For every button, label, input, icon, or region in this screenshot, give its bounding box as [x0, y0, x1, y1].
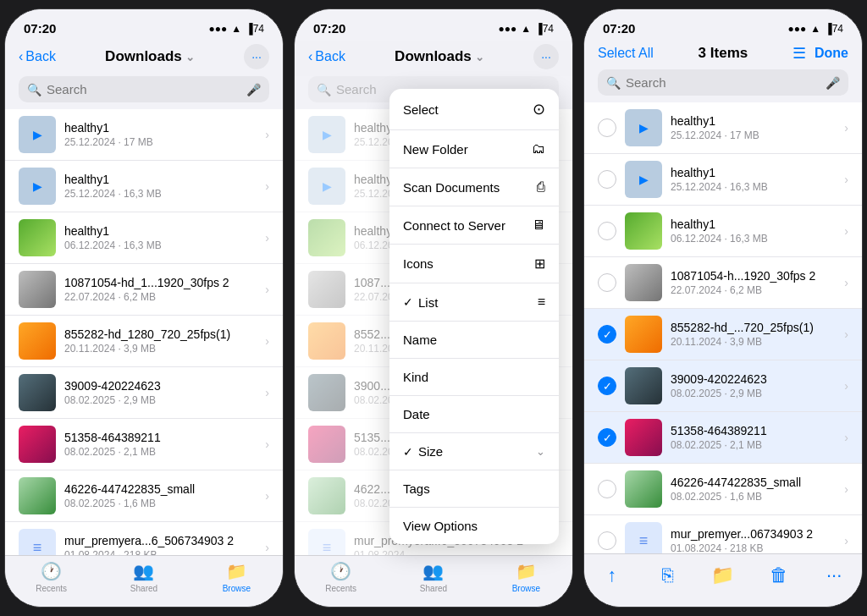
search-bar-1: 🔍 🎤 [19, 76, 269, 102]
chevron-icon-3-9: › [844, 534, 848, 547]
mic-icon-1[interactable]: 🎤 [246, 83, 261, 96]
file-item-3-6[interactable]: ✓ 39009-420224623 08.02.2025 · 2,9 MB › [584, 360, 862, 412]
file-item-3-5[interactable]: ✓ 855282-hd_...720_25fps(1) 20.11.2024 ·… [584, 309, 862, 360]
list-view-button[interactable]: ☰ [792, 44, 806, 63]
select-circle-3-2[interactable] [598, 170, 616, 189]
search-input-1[interactable] [47, 82, 241, 96]
status-icons-1: ●●● ▲ ▐74 [209, 23, 265, 35]
file-item-1-7[interactable]: 51358-464389211 08.02.2025 · 2,1 MB › [5, 419, 283, 470]
dropdown-connect-server[interactable]: Connect to Server 🖥 [389, 206, 559, 245]
file-item-1-4[interactable]: 10871054-hd_1...1920_30fps 2 22.07.2024 … [5, 264, 283, 316]
file-name-1-1: healthy1 [64, 121, 257, 135]
tab-browse-icon-1: 📁 [226, 561, 247, 581]
file-thumb-1-7 [19, 426, 56, 463]
select-circle-3-6[interactable]: ✓ [598, 377, 616, 395]
share-button[interactable]: ↑ [584, 564, 640, 586]
dropdown-list[interactable]: ✓ List ≡ [389, 283, 559, 322]
file-item-3-8[interactable]: 46226-447422835_small 08.02.2025 · 1,6 M… [584, 464, 862, 515]
trash-button[interactable]: 🗑 [751, 564, 807, 586]
file-item-3-2[interactable]: healthy1 25.12.2024 · 16,3 MB › [584, 154, 862, 206]
tab-browse-icon-2: 📁 [516, 561, 537, 581]
dropdown-tags[interactable]: Tags [389, 470, 559, 508]
dropdown-select[interactable]: Select ⊙ [389, 89, 559, 130]
file-item-1-1[interactable]: healthy1 25.12.2024 · 17 MB › [5, 109, 283, 161]
tab-recents-1[interactable]: 🕐 Recents [5, 561, 97, 593]
file-name-3-6: 39009-420224623 [671, 372, 836, 386]
dropdown-date[interactable]: Date [389, 396, 559, 433]
select-circle-3-4[interactable] [598, 273, 616, 292]
select-circle-3-7[interactable]: ✓ [598, 428, 616, 447]
back-button-2[interactable]: ‹ Back [308, 49, 345, 64]
file-item-3-1[interactable]: healthy1 25.12.2024 · 17 MB › [584, 102, 862, 154]
file-item-3-4[interactable]: 10871054-h...1920_30fps 2 22.07.2024 · 6… [584, 257, 862, 309]
file-item-3-3[interactable]: healthy1 06.12.2024 · 16,3 MB › [584, 206, 862, 257]
tab-browse-2[interactable]: 📁 Browse [480, 561, 572, 593]
tab-recents-icon-2: 🕐 [330, 561, 351, 581]
nav-right-1: ··· [244, 44, 269, 69]
dropdown-new-folder[interactable]: New Folder 🗂 [389, 130, 559, 168]
tab-browse-1[interactable]: 📁 Browse [191, 561, 283, 593]
ellipsis-button-2[interactable]: ··· [533, 44, 559, 69]
chevron-icon-3-8: › [844, 482, 848, 496]
ellipsis-button-1[interactable]: ··· [244, 44, 269, 69]
file-item-1-8[interactable]: 46226-447422835_small 08.02.2025 · 1,6 M… [5, 470, 283, 522]
file-meta-1-8: 08.02.2025 · 1,6 MB [64, 498, 257, 509]
file-thumb-3-7 [625, 419, 662, 456]
dropdown-connect-label: Connect to Server [403, 218, 505, 233]
more-button-3[interactable]: ··· [806, 564, 862, 586]
select-circle-3-3[interactable] [598, 222, 616, 240]
file-info-1-2: healthy1 25.12.2024 · 16,3 MB [64, 173, 257, 200]
back-button-1[interactable]: ‹ Back [19, 49, 56, 64]
dropdown-view-options[interactable]: View Options [389, 508, 559, 544]
ellipsis-icon-1: ··· [251, 50, 262, 63]
file-item-1-2[interactable]: healthy1 25.12.2024 · 16,3 MB › [5, 161, 283, 212]
file-item-3-9[interactable]: mur_premyer...06734903 2 01.08.2024 · 21… [584, 515, 862, 553]
done-button[interactable]: Done [815, 46, 848, 61]
file-item-1-9[interactable]: mur_premyera...6_506734903 2 01.08.2024 … [5, 522, 283, 555]
file-item-3-7[interactable]: ✓ 51358-464389211 08.02.2025 · 2,1 MB › [584, 412, 862, 464]
chevron-icon-3-4: › [844, 276, 848, 289]
file-item-1-3[interactable]: healthy1 06.12.2024 · 16,3 MB › [5, 212, 283, 264]
file-item-1-6[interactable]: 39009-420224623 08.02.2025 · 2,9 MB › [5, 367, 283, 419]
tab-shared-1[interactable]: 👥 Shared [97, 561, 190, 593]
dropdown-icons[interactable]: Icons ⊞ [389, 245, 559, 283]
dropdown-size[interactable]: ✓ Size ⌄ [389, 433, 559, 470]
select-all-button[interactable]: Select All [598, 46, 654, 61]
dropdown-kind[interactable]: Kind [389, 359, 559, 396]
back-label-1[interactable]: Back [25, 49, 56, 64]
file-name-3-7: 51358-464389211 [671, 424, 836, 437]
status-time-2: 07:20 [313, 21, 345, 36]
file-info-1-5: 855282-hd_1280_720_25fps(1) 20.11.2024 ·… [64, 327, 257, 355]
file-name-1-4: 10871054-hd_1...1920_30fps 2 [64, 276, 257, 289]
title-chevron-icon-2: ⌄ [475, 51, 484, 63]
dropdown-scan-docs[interactable]: Scan Documents ⎙ [389, 168, 559, 206]
folder-move-icon: 📁 [711, 564, 734, 586]
tab-shared-2[interactable]: 👥 Shared [387, 561, 479, 593]
file-thumb-1-5 [19, 322, 56, 360]
dropdown-view-options-label: View Options [403, 519, 478, 533]
copy-button[interactable]: ⎘ [640, 564, 696, 586]
file-thumb-1-2 [19, 168, 56, 205]
tab-recents-label-1: Recents [36, 584, 67, 593]
file-info-3-5: 855282-hd_...720_25fps(1) 20.11.2024 · 3… [671, 321, 836, 348]
file-item-1-5[interactable]: 855282-hd_1280_720_25fps(1) 20.11.2024 ·… [5, 316, 283, 367]
select-circle-3-5[interactable]: ✓ [598, 325, 616, 344]
tab-recents-2[interactable]: 🕐 Recents [295, 561, 387, 593]
select-circle-3-1[interactable] [598, 118, 616, 137]
move-button[interactable]: 📁 [695, 564, 751, 586]
file-info-3-4: 10871054-h...1920_30fps 2 22.07.2024 · 6… [671, 269, 836, 296]
chevron-icon-1-2: › [265, 179, 269, 193]
back-label-2[interactable]: Back [315, 49, 345, 64]
select-circle-3-9[interactable] [598, 531, 616, 550]
dropdown-name[interactable]: Name [389, 322, 559, 359]
search-glass-icon-1: 🔍 [27, 83, 41, 96]
tab-shared-label-1: Shared [130, 584, 157, 593]
file-info-3-9: mur_premyer...06734903 2 01.08.2024 · 21… [671, 527, 836, 553]
search-input-3[interactable] [626, 75, 820, 90]
select-circle-3-8[interactable] [598, 480, 616, 498]
file-meta-3-1: 25.12.2024 · 17 MB [671, 129, 836, 141]
signal-icon: ●●● [209, 23, 228, 35]
file-info-3-8: 46226-447422835_small 08.02.2025 · 1,6 M… [671, 476, 836, 503]
dropdown-new-folder-icon: 🗂 [532, 141, 545, 157]
mic-icon-3[interactable]: 🎤 [826, 76, 840, 90]
